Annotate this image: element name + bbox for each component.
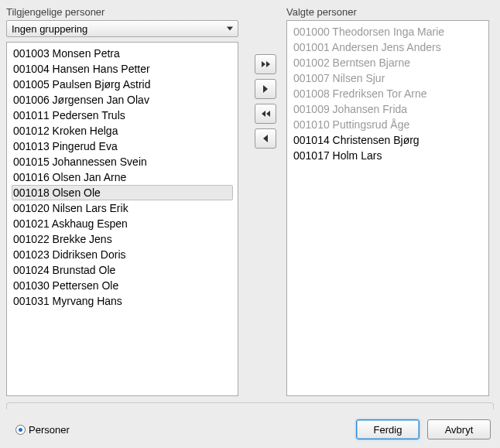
list-item[interactable]: 001001 Andersen Jens Anders xyxy=(292,39,484,55)
cancel-button[interactable]: Avbryt xyxy=(427,419,491,439)
cancel-label: Avbryt xyxy=(445,424,474,436)
list-item[interactable]: 001002 Berntsen Bjarne xyxy=(292,55,484,70)
list-item[interactable]: 001018 Olsen Ole xyxy=(12,185,233,200)
list-item[interactable]: 001009 Johansen Frida xyxy=(292,101,484,117)
list-item[interactable]: 001012 Kroken Helga xyxy=(12,123,233,139)
personer-radio[interactable]: Personer xyxy=(15,424,70,436)
list-item[interactable]: 001024 Brunstad Ole xyxy=(12,262,233,278)
finish-label: Ferdig xyxy=(374,424,402,436)
add-button[interactable] xyxy=(255,79,276,99)
list-item[interactable]: 001023 Didriksen Doris xyxy=(12,247,233,262)
list-item[interactable]: 001030 Pettersen Ole xyxy=(12,278,233,293)
grouping-combo[interactable]: Ingen gruppering xyxy=(6,20,238,37)
left-icon xyxy=(263,135,268,142)
list-item[interactable]: 001021 Askhaug Espen xyxy=(12,216,233,231)
selected-label: Valgte personer xyxy=(286,6,489,18)
available-listbox[interactable]: 001003 Monsen Petra001004 Hansen Hans Pe… xyxy=(6,42,238,396)
list-item[interactable]: 001017 Holm Lars xyxy=(292,148,484,163)
list-item[interactable]: 001013 Pingerud Eva xyxy=(12,139,233,154)
list-item[interactable]: 001014 Christensen Bjørg xyxy=(292,132,484,148)
list-item[interactable]: 001015 Johannessen Svein xyxy=(12,154,233,169)
list-item[interactable]: 001000 Theodorsen Inga Marie xyxy=(292,24,484,39)
chevron-down-icon xyxy=(227,27,233,31)
radio-icon xyxy=(15,425,26,435)
list-item[interactable]: 001008 Fredriksen Tor Arne xyxy=(292,86,484,101)
available-column: Tilgjengelige personer Ingen gruppering … xyxy=(6,6,238,396)
list-item[interactable]: 001011 Pedersen Truls xyxy=(12,108,233,123)
list-item[interactable]: 001003 Monsen Petra xyxy=(12,46,233,61)
grouping-value: Ingen gruppering xyxy=(12,23,87,35)
selected-column: Valgte personer 001000 Theodorsen Inga M… xyxy=(286,6,489,396)
list-item[interactable]: 001006 Jørgensen Jan Olav xyxy=(12,92,233,108)
footer: Personer Ferdig Avbryt xyxy=(6,416,494,443)
footer-buttons: Ferdig Avbryt xyxy=(356,419,491,439)
dialog-root: Tilgjengelige personer Ingen gruppering … xyxy=(0,0,500,448)
list-item[interactable]: 001005 Paulsen Bjørg Astrid xyxy=(12,77,233,92)
list-item[interactable]: 001031 Myrvang Hans xyxy=(12,293,233,309)
selected-listbox[interactable]: 001000 Theodorsen Inga Marie001001 Ander… xyxy=(286,20,489,396)
radio-label: Personer xyxy=(29,424,70,436)
transfer-buttons xyxy=(252,54,279,149)
list-item[interactable]: 001007 Nilsen Sjur xyxy=(292,70,484,86)
remove-button[interactable] xyxy=(255,128,276,149)
double-right-icon xyxy=(262,61,270,67)
list-item[interactable]: 001020 Nilsen Lars Erik xyxy=(12,200,233,216)
list-item[interactable]: 001016 Olsen Jan Arne xyxy=(12,169,233,185)
available-label: Tilgjengelige personer xyxy=(6,6,238,18)
right-icon xyxy=(263,85,268,93)
list-item[interactable]: 001004 Hansen Hans Petter xyxy=(12,61,233,77)
add-all-button[interactable] xyxy=(255,54,276,74)
remove-all-button[interactable] xyxy=(255,104,276,124)
list-item[interactable]: 001022 Brekke Jens xyxy=(12,231,233,247)
footer-separator xyxy=(6,402,494,410)
list-item[interactable]: 001010 Puttingsrud Åge xyxy=(292,117,484,132)
double-left-icon xyxy=(262,111,270,117)
finish-button[interactable]: Ferdig xyxy=(356,419,420,439)
